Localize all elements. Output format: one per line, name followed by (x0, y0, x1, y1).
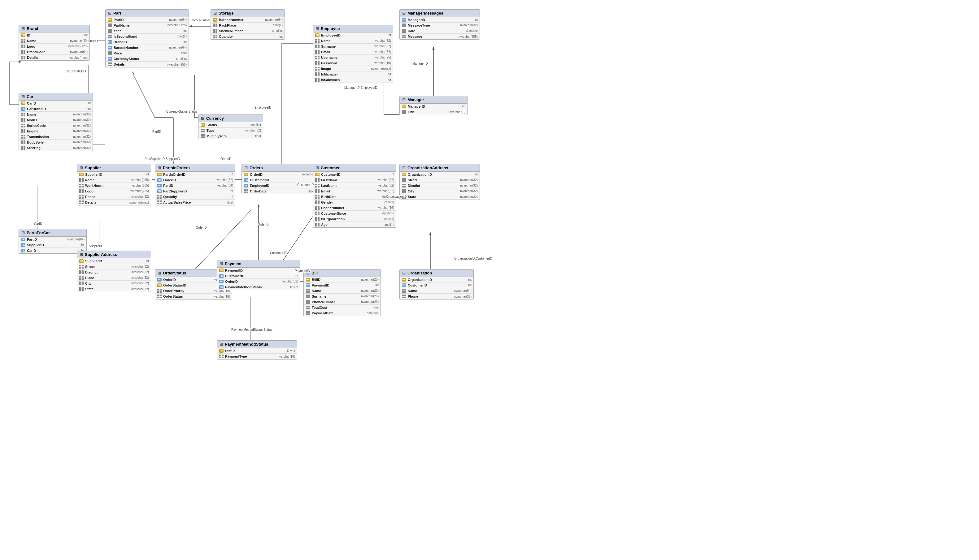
field-icon (315, 200, 320, 205)
table-row: PK Status smallint (199, 122, 263, 128)
field-type: nvarchar(32) (242, 129, 261, 132)
field-icon (79, 281, 84, 285)
table-row: Email nvarchar(32) (313, 188, 396, 194)
field-name: Price (114, 52, 139, 55)
field-type: nvarchar(32) (72, 113, 91, 116)
table-row: Quantity int (155, 194, 235, 200)
field-type: float (180, 52, 187, 55)
table-orders: ⊞ Orders PK OrderID nvarchar(32) FK Cust… (242, 164, 322, 194)
field-name: CustomerID (225, 274, 250, 278)
table-organizationaddress-header: ⊞ OrganizationAddress (400, 164, 479, 172)
field-type: int (229, 195, 233, 198)
field-name: IsOrganization (321, 217, 346, 221)
field-type: smallint (383, 223, 394, 227)
field-name: CarID (27, 102, 52, 105)
field-type: int (386, 33, 391, 37)
table-icon: ⊞ (80, 165, 83, 170)
table-row: FK PaymentID int (304, 282, 381, 288)
fk-icon: FK (157, 183, 162, 188)
field-icon (107, 29, 112, 33)
label-supplierid: SupplierID (88, 244, 104, 248)
table-supplieraddress-title: SupplierAddress (85, 252, 117, 257)
field-name: Engine (27, 129, 52, 133)
field-type: int (473, 173, 478, 176)
field-type: nvarchar(32) (459, 195, 478, 198)
field-type: nvarchar(64) (453, 289, 471, 292)
pk-icon: PK (402, 278, 406, 282)
table-row: PaymentDate datetime (304, 310, 381, 316)
field-icon (306, 305, 311, 310)
fk-icon: FK (219, 274, 224, 278)
field-icon (157, 294, 162, 298)
field-type: nvarchar(255) (166, 63, 187, 66)
table-row: PK PaymentID int (217, 268, 300, 273)
field-icon (244, 189, 249, 193)
field-name: Age (321, 223, 346, 227)
label-carid: CarID (33, 222, 43, 225)
table-supplier-header: ⊞ Supplier (77, 164, 151, 172)
field-name: Details (27, 56, 52, 59)
field-name: Name (408, 289, 433, 293)
table-row: FK CarID int (19, 248, 86, 253)
pk-icon: PK (79, 172, 84, 177)
table-row: PK ID int (19, 32, 90, 38)
field-icon (219, 354, 224, 358)
field-icon (21, 135, 26, 139)
field-name: Date (408, 29, 433, 33)
field-name: PaymentMethodStatus (225, 285, 262, 289)
pk-icon: PK (402, 172, 406, 177)
table-row: Gender char(1) (313, 200, 396, 205)
field-type: int (182, 29, 187, 32)
field-name: Street (408, 178, 433, 182)
field-name: CarID (27, 249, 52, 252)
table-row: Name nvarchar(255) (77, 177, 151, 183)
label-pms: PaymentMethodStatus:Status (231, 328, 273, 332)
field-type: nvarchar(32) (72, 135, 91, 138)
field-type: int (278, 35, 283, 38)
table-row: ActualSalesPrice float (155, 200, 235, 205)
field-name: BirthDate (321, 195, 346, 198)
table-brand-header: ⊞ Brand (19, 25, 90, 32)
pk-icon: PK (213, 18, 218, 22)
field-name: OrderDate (250, 189, 275, 193)
field-name: Username (321, 56, 346, 59)
field-type: nvarchar(16) (375, 206, 394, 210)
table-row: Place nvarchar(32) (77, 275, 151, 281)
table-row: Image nvarchar(max) (313, 66, 393, 72)
table-row: PK BillID nvarchar(20) (304, 277, 381, 282)
table-row: Discrict nvarchar(32) (77, 270, 151, 275)
table-row: Name nvarchar(20) (304, 288, 381, 293)
field-type: nvarchar(32) (375, 178, 394, 182)
field-name: SupplierID (85, 173, 110, 177)
table-car: ⊞ Car PK CarID int FK CarBrandID int Nam… (18, 93, 93, 151)
fk-icon: FK (21, 243, 26, 247)
field-type: char(1) (175, 35, 187, 38)
field-type: nvarchar(64) (214, 184, 233, 187)
table-row: RackPlace char(1) (211, 23, 284, 28)
field-icon (315, 44, 320, 48)
field-icon (21, 146, 26, 150)
table-row: Phone nvarchar(32) (77, 194, 151, 200)
field-name: CustomerID (250, 178, 275, 182)
field-name: EmployeeID (250, 184, 275, 187)
field-icon (21, 129, 26, 133)
fk-icon: FK (21, 248, 26, 253)
table-currency-title: Currency (206, 116, 224, 121)
field-type: int (80, 243, 85, 247)
field-icon (402, 29, 406, 33)
field-name: PaymentID (312, 283, 337, 287)
field-name: Phone (85, 195, 110, 198)
table-part-title: Part (113, 11, 121, 15)
field-type: nvarchar(255) (129, 184, 149, 187)
table-row: BirthDate datetime (313, 194, 396, 200)
field-icon (79, 183, 84, 188)
field-type: int (374, 283, 379, 287)
table-bill: ⊞ Bill PK BillID nvarchar(20) FK Payment… (303, 269, 381, 316)
field-name: IsSalesmen (321, 78, 346, 82)
field-icon (21, 50, 26, 54)
pk-icon: PK (219, 268, 224, 273)
field-type: int (389, 173, 394, 176)
field-icon (107, 34, 112, 39)
table-row: FK SupplierID int (19, 242, 86, 248)
table-row: Age smallint (313, 222, 396, 227)
